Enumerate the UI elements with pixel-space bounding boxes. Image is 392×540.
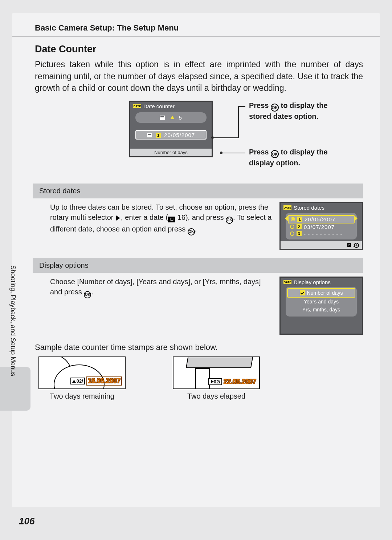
slot-badge-icon: 1 <box>297 217 302 222</box>
callout-stored: Press OK to display thestored dates opti… <box>249 101 328 121</box>
date-badge-icon: DATE <box>283 205 291 210</box>
display-option-label: Number of days <box>307 290 343 296</box>
lcd-date-value: 20/05/2007 <box>164 132 195 138</box>
ok-icon: OK <box>271 104 279 112</box>
up-triangle-icon <box>72 380 76 383</box>
slot-badge-icon: 1 <box>156 133 161 138</box>
section-display-options: Display options Choose [Number of days],… <box>35 258 363 335</box>
lcd-title-row: DATE Display options <box>281 278 362 287</box>
display-options-list: Number of days Years and days Yrs, mnths… <box>286 287 357 317</box>
sample-thumbnail: 02/ 18.05.2007 <box>38 356 126 389</box>
lcd-display-options: DATE Display options Number of days Year… <box>279 277 363 335</box>
leader-line <box>238 106 245 107</box>
radio-on-icon <box>291 217 295 221</box>
intro-paragraph: Pictures taken while this option is in e… <box>35 59 363 94</box>
display-option-label: Yrs, mnths, days <box>302 307 340 313</box>
callout-display: Press OK to display thedisplay option. <box>249 147 328 168</box>
display-option-item: Yrs, mnths, days <box>287 306 355 314</box>
date-badge-icon: DATE <box>283 280 291 284</box>
leader-line <box>213 137 239 138</box>
display-paragraph: Choose [Number of days], [Years and days… <box>50 277 273 298</box>
radio-off-icon <box>290 231 294 236</box>
ok-icon: OK <box>271 150 279 158</box>
sample-thumbnail: 02/ 22.05.2007 <box>173 356 260 389</box>
section-stored-dates: Stored dates Up to three dates can be st… <box>35 184 363 250</box>
right-triangle-icon <box>211 380 214 383</box>
stored-date-value: 03/07/2007 <box>304 224 335 230</box>
lcd-date-row: 1 20/05/2007 <box>135 130 207 140</box>
calendar-icon <box>160 116 165 120</box>
lcd-title: Date counter <box>143 103 175 109</box>
date-stamp: 02/ 18.05.2007 <box>70 376 122 386</box>
lcd-counter-value: 5 <box>179 114 182 121</box>
sample-stamps: 02/ 18.05.2007 Two days remaining 02/ 22… <box>38 356 363 400</box>
date-stamp: 02/ 22.05.2007 <box>208 378 256 386</box>
clock-plus-icon <box>354 243 359 248</box>
section-body: Up to three dates can be stored. To set,… <box>50 202 363 250</box>
leader-line <box>221 153 245 153</box>
samples-intro: Sample date counter time stamps are show… <box>35 343 363 352</box>
sample-column: 02/ 22.05.2007 Two days elapsed <box>173 356 260 400</box>
sample-column: 02/ 18.05.2007 Two days remaining <box>38 356 126 400</box>
lcd-footer: : <box>281 241 362 249</box>
side-section-label: Shooting, Playback, and Setup Menus <box>8 265 17 396</box>
up-triangle-icon <box>170 116 175 119</box>
slot-badge-icon: 3 <box>297 231 302 236</box>
band-heading: Display options <box>33 258 363 273</box>
stored-paragraph: Up to three dates can be stored. To set,… <box>50 202 273 235</box>
stored-date-row: 2 03/07/2007 <box>288 223 355 230</box>
stored-date-value: 20/05/2007 <box>305 216 335 222</box>
sample-caption: Two days elapsed <box>173 392 260 400</box>
stored-date-row: 3 - - - - - - - - - - <box>288 230 355 237</box>
stamp-chip: 02/ <box>70 378 85 384</box>
play-icon <box>347 243 351 247</box>
leader-line <box>238 106 239 138</box>
manual-page: Basic Camera Setup: The Setup Menu Date … <box>0 0 392 540</box>
date-badge-icon: DATE <box>133 104 141 108</box>
check-icon <box>300 290 305 295</box>
stored-date-value: - - - - - - - - - - <box>304 231 342 237</box>
display-option-item: Number of days <box>287 288 355 298</box>
ok-icon: OK <box>188 228 195 235</box>
ok-icon: OK <box>226 217 233 224</box>
display-option-item: Years and days <box>287 298 355 306</box>
section-body: Choose [Number of days], [Years and days… <box>50 277 363 335</box>
ok-icon: OK <box>84 291 91 298</box>
lcd-padding <box>281 319 362 331</box>
lcd-date-counter: DATE Date counter 5 1 20/05/2007 Number … <box>129 101 213 157</box>
section-heading: Date Counter <box>35 44 363 55</box>
header-rule <box>12 36 380 37</box>
page-number: 106 <box>19 516 34 527</box>
stamp-date: 18.05.2007 <box>86 376 122 386</box>
slot-badge-icon: 2 <box>297 224 302 229</box>
lcd-title-row: DATE Stored dates <box>281 203 362 212</box>
lcd-title-row: DATE Date counter <box>130 102 212 112</box>
sample-caption: Two days remaining <box>38 392 126 400</box>
display-option-label: Years and days <box>304 299 339 305</box>
lcd-figure: DATE Date counter 5 1 20/05/2007 Number … <box>35 101 363 162</box>
stored-dates-list: 1 20/05/2007 2 03/07/2007 3 - - - - - - … <box>286 213 357 239</box>
breadcrumb: Basic Camera Setup: The Setup Menu <box>35 23 179 33</box>
lcd-mini-title: Display options <box>294 279 331 285</box>
reference-icon: ☐ <box>168 217 175 222</box>
lcd-stored-dates: DATE Stored dates 1 20/05/2007 <box>279 202 363 250</box>
content: Date Counter Pictures taken while this o… <box>35 44 363 400</box>
right-triangle-icon <box>116 215 120 221</box>
stamp-date: 22.05.2007 <box>224 378 256 386</box>
lcd-mini-title: Stored dates <box>294 205 324 211</box>
stored-date-row: 1 20/05/2007 <box>288 215 355 223</box>
band-heading: Stored dates <box>33 184 363 198</box>
lcd-counter-band: 5 <box>135 112 207 123</box>
stamp-chip: 02/ <box>208 378 222 385</box>
lcd-footer: Number of days <box>130 149 212 156</box>
calendar-icon <box>147 133 152 137</box>
radio-off-icon <box>290 225 294 229</box>
